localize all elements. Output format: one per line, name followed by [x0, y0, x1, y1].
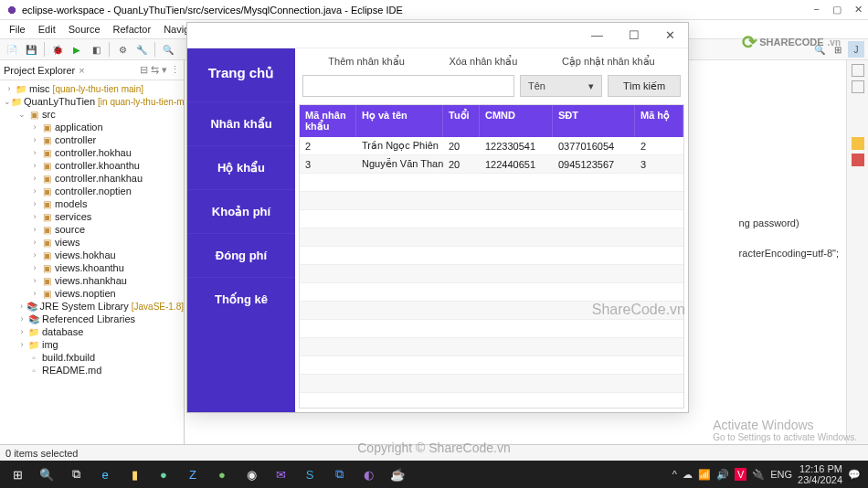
update-action[interactable]: Cập nhật nhân khẩu — [562, 56, 655, 68]
zalo-icon[interactable]: Z — [179, 461, 206, 487]
chrome-icon[interactable]: ◉ — [238, 461, 265, 487]
th-sdt[interactable]: SĐT — [553, 105, 635, 137]
collapse-all-icon[interactable]: ⊟ — [140, 64, 148, 76]
run-icon[interactable]: ▶ — [69, 41, 85, 58]
search-taskbar-icon[interactable]: 🔍 — [33, 461, 60, 487]
table-row[interactable]: 2Trần Ngọc Phiên2012233054103770160542 — [300, 137, 683, 155]
app-minimize-button[interactable]: — — [586, 27, 609, 44]
coverage-icon[interactable]: ◧ — [88, 41, 104, 58]
edge-icon[interactable]: e — [91, 461, 119, 487]
table-row[interactable]: 3Nguyễn Văn Thanh2012244065109451235673 — [300, 155, 683, 174]
tree-item[interactable]: ›📚JRE System Library[JavaSE-1.8] — [0, 300, 184, 313]
search-input[interactable] — [302, 75, 514, 97]
filter-icon[interactable]: ▾ — [162, 64, 167, 76]
tree-item[interactable]: ›▣models — [0, 197, 184, 210]
menu-refactor[interactable]: Refactor — [108, 22, 157, 37]
tree-item[interactable]: ▫build.fxbuild — [0, 351, 184, 364]
marker-warn-icon[interactable] — [852, 137, 864, 150]
tray-up-icon[interactable]: ^ — [672, 469, 677, 480]
tray-vivaldi-icon[interactable]: V — [735, 468, 746, 481]
app-maximize-button[interactable]: ☐ — [623, 27, 645, 44]
build-icon[interactable]: ⚙ — [114, 41, 131, 58]
vscode-icon[interactable]: ⧉ — [325, 461, 353, 487]
minimize-button[interactable]: − — [814, 4, 820, 16]
sidenav-dongphi[interactable]: Đóng phí — [187, 233, 295, 277]
tree-item[interactable]: ›▣views.khoanthu — [0, 261, 184, 274]
tree-item[interactable]: ⌄📁QuanLyThuTien[in quan-ly-thu-tien-mast… — [0, 95, 184, 108]
search-button[interactable]: Tìm kiếm — [608, 75, 681, 97]
table-row-empty — [300, 338, 683, 356]
tree-item[interactable]: ⌄▣src — [0, 108, 184, 121]
tree-item[interactable]: ›📁misc[quan-ly-thu-tien main] — [0, 82, 184, 95]
view-menu-icon[interactable]: ⋮ — [170, 64, 180, 76]
sidenav-nhankhau[interactable]: Nhân khẩu — [187, 101, 295, 145]
open-type-icon[interactable]: 🔍 — [160, 41, 176, 58]
tray-volume-icon[interactable]: 🔊 — [716, 469, 729, 481]
th-cmnd[interactable]: CMND — [480, 105, 553, 137]
maximize-button[interactable]: ▢ — [832, 4, 842, 16]
delete-action[interactable]: Xóa nhân khẩu — [449, 56, 517, 68]
minimize-views-icon[interactable] — [852, 80, 864, 93]
tree-item[interactable]: ›📁database — [0, 325, 184, 338]
java-perspective-icon[interactable]: J — [848, 41, 864, 58]
tree-item[interactable]: ›▣views.nhankhau — [0, 274, 184, 287]
tree-item[interactable]: ›▣controller.hokhau — [0, 146, 184, 159]
taskview-icon[interactable]: ⧉ — [62, 461, 90, 487]
app-icon-1[interactable]: ● — [150, 461, 177, 487]
ext-tools-icon[interactable]: 🔧 — [133, 41, 150, 58]
th-name[interactable]: Họ và tên — [356, 105, 443, 137]
sidenav-thongke[interactable]: Thống kê — [187, 277, 295, 321]
th-id[interactable]: Mã nhân khẩu — [300, 105, 356, 137]
menu-file[interactable]: File — [4, 22, 31, 37]
tree-item[interactable]: ›▣controller.khoanthu — [0, 159, 184, 172]
taskbar-clock[interactable]: 12:16 PM 23/4/2024 — [798, 463, 842, 485]
new-icon[interactable]: 📄 — [4, 41, 20, 58]
sidenav-home[interactable]: Trang chủ — [187, 48, 295, 101]
tree-item[interactable]: ›▣views.noptien — [0, 287, 184, 300]
menu-source[interactable]: Source — [63, 22, 106, 37]
debug-icon[interactable]: 🐞 — [49, 41, 66, 58]
messenger-icon[interactable]: ✉ — [267, 461, 294, 487]
tree-item[interactable]: ›▣controller — [0, 133, 184, 146]
skype-icon[interactable]: S — [296, 461, 323, 487]
tree-item[interactable]: ›📚Referenced Libraries — [0, 313, 184, 325]
close-button[interactable]: ✕ — [854, 4, 863, 16]
link-editor-icon[interactable]: ⇆ — [151, 64, 159, 76]
tree-item[interactable]: ›📁img — [0, 338, 184, 351]
search-field-combo[interactable]: Tên ▾ — [520, 75, 602, 97]
menu-edit[interactable]: Edit — [33, 22, 61, 37]
tray-lang[interactable]: ENG — [770, 469, 792, 480]
app-close-button[interactable]: ✕ — [660, 27, 681, 44]
tree-item[interactable]: ›▣views — [0, 236, 184, 249]
tray-wifi-icon[interactable]: 📶 — [698, 469, 711, 481]
th-age[interactable]: Tuổi — [443, 105, 480, 137]
marker-error-icon[interactable] — [852, 154, 864, 166]
explorer-taskbar-icon[interactable]: ▮ — [121, 461, 148, 487]
tree-item[interactable]: ›▣views.hokhau — [0, 249, 184, 261]
table-row-empty — [300, 283, 683, 302]
table-body: 2Trần Ngọc Phiên20122330541037701605423N… — [300, 137, 683, 408]
sidenav-khoanphi[interactable]: Khoản phí — [187, 189, 295, 233]
tree-item[interactable]: ›▣source — [0, 223, 184, 236]
app-icon-2[interactable]: ● — [208, 461, 236, 487]
project-tree[interactable]: ›📁misc[quan-ly-thu-tien main]⌄📁QuanLyThu… — [0, 80, 184, 444]
eclipse-taskbar-icon[interactable]: ◐ — [355, 461, 382, 487]
th-maho[interactable]: Mã hộ — [635, 105, 683, 137]
tree-item[interactable]: ›▣services — [0, 210, 184, 223]
tray-battery-icon[interactable]: 🔌 — [752, 469, 765, 481]
sidenav-hokhau[interactable]: Hộ khẩu — [187, 145, 295, 189]
notification-icon[interactable]: 💬 — [848, 469, 861, 481]
save-icon[interactable]: 💾 — [23, 41, 39, 58]
explorer-close-icon[interactable]: × — [79, 65, 84, 76]
tree-item[interactable]: ▫README.md — [0, 364, 184, 377]
status-text: 0 items selected — [5, 448, 78, 459]
table-row-empty — [300, 210, 683, 228]
tree-item[interactable]: ›▣application — [0, 121, 184, 133]
outline-view-icon[interactable] — [852, 64, 864, 77]
add-action[interactable]: Thêm nhân khẩu — [328, 56, 404, 68]
tray-cloud-icon[interactable]: ☁ — [683, 469, 693, 481]
start-button[interactable]: ⊞ — [4, 461, 31, 487]
java-app-taskbar-icon[interactable]: ☕ — [384, 461, 411, 487]
tree-item[interactable]: ›▣controller.nhankhau — [0, 172, 184, 185]
tree-item[interactable]: ›▣controller.noptien — [0, 185, 184, 197]
